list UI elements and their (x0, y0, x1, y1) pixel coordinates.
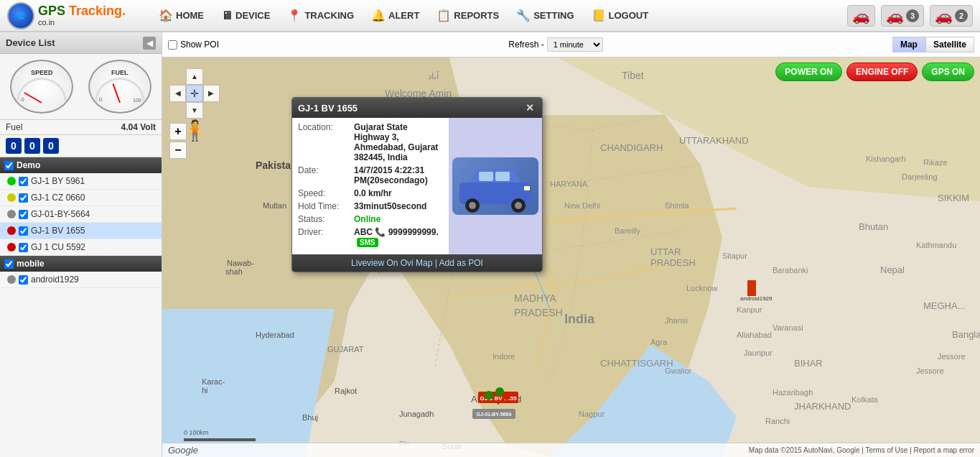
device-gj1cz0660[interactable]: GJ-1 CZ 0660 (0, 190, 162, 206)
device-list: Demo GJ-1 BY 5961 GJ-1 CZ 0660 GJ-01-BY-… (0, 157, 162, 457)
nav-home[interactable]: 🏠 HOME (151, 4, 212, 27)
engine-off-button[interactable]: ENGINE OFF (846, 63, 918, 81)
nav-device-label: DEVICE (235, 10, 270, 21)
map-type-map-button[interactable]: Map (892, 37, 925, 52)
fuel-text-label: Fuel (6, 122, 22, 132)
svg-text:Gwalior: Gwalior (665, 366, 692, 375)
date-row: Date: 14/7/2015 4:22:31 PM(20secondago) (298, 165, 443, 185)
power-buttons: POWER ON ENGINE OFF GPS ON (775, 63, 974, 81)
red-car-icon: 🚗 (886, 7, 904, 24)
group-demo-checkbox[interactable] (4, 161, 14, 170)
map-navigation: ▲ ◀ ✛ ▶ ▼ + − (169, 68, 220, 159)
group-mobile[interactable]: mobile (0, 256, 162, 272)
device-gj1cu5592[interactable]: GJ 1 CU 5592 (0, 239, 162, 256)
gray-car-icon: 🚗 (935, 7, 953, 24)
group-demo-label: Demo (17, 160, 40, 170)
svg-point-65 (495, 387, 504, 396)
fuel-gauge: FUEL 0 100 (88, 60, 151, 114)
sms-badge[interactable]: SMS (357, 238, 378, 247)
nav-setting[interactable]: 🔧 SETTING (508, 4, 582, 27)
group-demo[interactable]: Demo (0, 157, 162, 173)
svg-text:Indore: Indore (493, 352, 515, 361)
svg-text:GJ-01-BY-5664: GJ-01-BY-5664 (476, 412, 511, 417)
svg-text:Multan: Multan (263, 201, 286, 210)
nav-left-button[interactable]: ◀ (169, 85, 186, 101)
nav-reports[interactable]: 📋 REPORTS (429, 4, 507, 27)
nav-empty-2 (203, 68, 220, 85)
nav-device[interactable]: 🖥 DEVICE (213, 5, 278, 27)
nav-empty-1 (169, 68, 186, 85)
power-on-button[interactable]: POWER ON (775, 63, 842, 81)
svg-text:Bhuj: Bhuj (302, 413, 318, 422)
refresh-label: Refresh - (508, 40, 543, 50)
svg-text:Shimla: Shimla (665, 201, 690, 210)
device-gj1bv1655-checkbox[interactable] (19, 226, 28, 236)
tracking-icon: 📍 (287, 9, 302, 22)
device-android1929[interactable]: android1929 (0, 272, 162, 288)
nav-up-button[interactable]: ▲ (186, 68, 202, 85)
device-gj01by5664-checkbox[interactable] (19, 210, 28, 219)
map-type-satellite-button[interactable]: Satellite (925, 37, 974, 52)
svg-point-66 (503, 393, 510, 400)
navigation: 🏠 HOME 🖥 DEVICE 📍 TRACKING 🔔 ALERT 📋 REP… (151, 4, 847, 27)
svg-text:HARYANA: HARYANA (550, 180, 588, 188)
refresh-select[interactable]: 1 minute 2 minutes 5 minutes (547, 37, 603, 52)
gps-on-button[interactable]: GPS ON (922, 63, 974, 81)
odometer: 0 0 0 (0, 135, 162, 157)
status-dot-gray2 (7, 275, 16, 284)
svg-text:Sitapur: Sitapur (722, 251, 747, 260)
svg-text:Lucknow: Lucknow (686, 284, 717, 292)
person-marker: 🧍 (182, 119, 207, 142)
nav-alert[interactable]: 🔔 ALERT (363, 4, 427, 27)
svg-text:Hazaribagh: Hazaribagh (773, 388, 813, 397)
green-car-icon: 🚗 (852, 7, 870, 24)
nav-down-button[interactable]: ▼ (186, 102, 202, 119)
device-android1929-checkbox[interactable] (19, 275, 28, 285)
gauges-container: SPEED 0 FUEL 0 100 (0, 54, 162, 120)
map-svg: Multan Nawab-shah Hyderabad Karac-hi Bhu… (162, 57, 980, 457)
svg-text:Ranchi: Ranchi (765, 417, 790, 425)
speed-gauge: SPEED 0 (10, 60, 73, 114)
status-dot-green (7, 177, 16, 185)
map-attribution: Map data ©2015 AutoNavi, Google | Terms … (749, 446, 974, 454)
speed-value: 0.0 km/hr (354, 188, 392, 198)
svg-text:Kathmandu: Kathmandu (916, 241, 956, 249)
speed-row: Speed: 0.0 km/hr (298, 188, 443, 198)
svg-text:UTTAR: UTTAR (650, 246, 681, 257)
device-gj1by5961-checkbox[interactable] (19, 177, 28, 186)
status-label: Status: (298, 214, 350, 224)
svg-text:Bareilly: Bareilly (615, 226, 641, 235)
group-mobile-label: mobile (17, 259, 45, 269)
gray-car-count: 2 (955, 9, 968, 22)
svg-text:PRADESH: PRADESH (514, 307, 563, 318)
device-gj1cz0660-checkbox[interactable] (19, 193, 28, 203)
device-gj1cu5592-label: GJ 1 CU 5592 (31, 242, 85, 252)
popup-close-button[interactable]: ✕ (523, 101, 536, 114)
svg-text:MADHYA: MADHYA (514, 292, 557, 304)
svg-text:Rajkot: Rajkot (335, 387, 357, 395)
nav-reports-label: REPORTS (454, 10, 499, 21)
show-poi-label: Show POI (180, 40, 219, 50)
nav-tracking[interactable]: 📍 TRACKING (279, 4, 362, 27)
odo-digit-3: 0 (43, 138, 59, 154)
device-gj1by5961[interactable]: GJ-1 BY 5961 (0, 173, 162, 190)
sidebar-collapse-button[interactable]: ◀ (143, 37, 156, 50)
device-gj1by5961-label: GJ-1 BY 5961 (31, 176, 85, 186)
show-poi-checkbox[interactable] (168, 40, 177, 50)
group-mobile-checkbox[interactable] (4, 259, 14, 269)
fuel-info-bar: Fuel 4.04 Volt (0, 120, 162, 135)
device-gj01by5664[interactable]: GJ-01-BY-5664 (0, 206, 162, 223)
popup-footer[interactable]: Liveview On Ovi Map | Add as POI (292, 254, 542, 272)
nav-center-button[interactable]: ✛ (186, 85, 202, 101)
svg-text:Nagpur: Nagpur (579, 410, 605, 418)
nav-right-button[interactable]: ▶ (203, 85, 220, 101)
map-toolbar: Show POI Refresh - 1 minute 2 minutes 5 … (162, 32, 980, 57)
logo: 🌐 GPS Tracking. co.in (7, 2, 151, 29)
device-gj1cu5592-checkbox[interactable] (19, 243, 28, 252)
zoom-out-button[interactable]: − (169, 142, 187, 159)
device-gj1bv1655[interactable]: GJ-1 BV 1655 (0, 223, 162, 239)
nav-logout[interactable]: 📒 LOGOUT (584, 4, 657, 27)
svg-text:Jhansi: Jhansi (665, 316, 688, 325)
svg-text:Bangladesh: Bangladesh (952, 329, 980, 340)
status-row: Status: Online (298, 214, 443, 224)
